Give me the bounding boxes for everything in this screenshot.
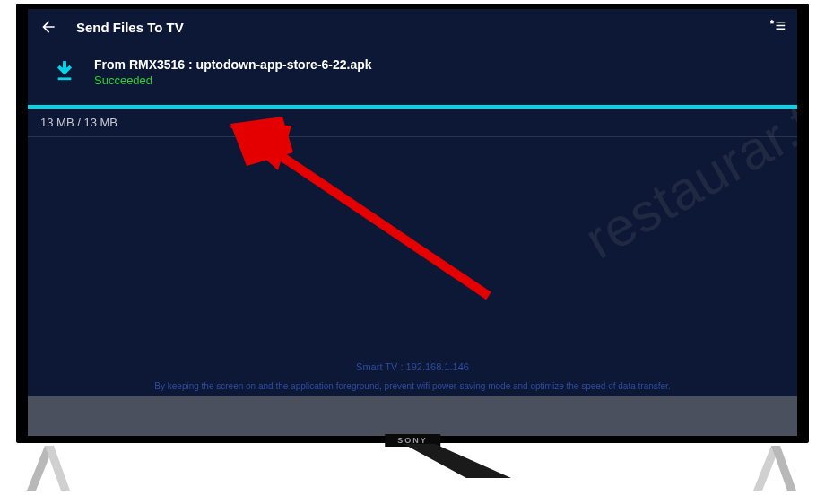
transfer-status: Succeeded xyxy=(94,74,372,87)
back-button[interactable] xyxy=(39,17,58,37)
transfer-item[interactable]: From RMX3516 : uptodown-app-store-6-22.a… xyxy=(28,57,797,87)
svg-marker-7 xyxy=(45,446,70,491)
device-ip: Smart TV : 192.168.1.146 xyxy=(28,361,797,372)
tv-stand-right xyxy=(753,446,798,495)
tv-stand-left xyxy=(27,446,72,495)
svg-marker-9 xyxy=(771,446,796,491)
app-title: Send Files To TV xyxy=(76,20,184,35)
tv-frame: Send Files To TV xyxy=(16,4,809,443)
svg-rect-0 xyxy=(777,22,786,23)
tv-screen: Send Files To TV xyxy=(28,9,797,436)
svg-rect-1 xyxy=(777,25,786,27)
download-icon xyxy=(53,61,76,83)
svg-rect-5 xyxy=(58,77,72,80)
svg-rect-4 xyxy=(63,63,66,70)
clear-list-icon xyxy=(769,19,786,35)
app-header: Send Files To TV xyxy=(28,9,797,45)
svg-rect-2 xyxy=(777,29,786,30)
file-name: From RMX3516 : uptodown-app-store-6-22.a… xyxy=(94,57,372,72)
footer-info: Smart TV : 192.168.1.146 By keeping the … xyxy=(28,361,797,391)
transfer-info: From RMX3516 : uptodown-app-store-6-22.a… xyxy=(94,57,372,87)
gray-band xyxy=(28,396,797,436)
transfer-size: 13 MB / 13 MB xyxy=(28,109,797,137)
tv-shadow xyxy=(404,444,520,478)
arrow-left-icon xyxy=(39,18,57,36)
tip-text: By keeping the screen on and the applica… xyxy=(28,381,797,391)
svg-marker-10 xyxy=(404,444,511,478)
clear-list-button[interactable] xyxy=(769,18,786,36)
